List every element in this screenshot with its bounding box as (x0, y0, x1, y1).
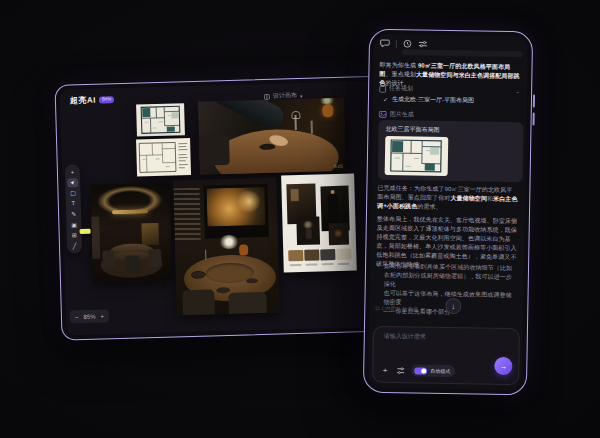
pen-tool-button[interactable]: ✎ (68, 209, 79, 218)
image-gen-title: 图片生成 (390, 110, 414, 119)
draw-tool-button[interactable]: ╱ (69, 241, 80, 250)
color-swatch-1[interactable] (288, 250, 303, 261)
text-tool-button[interactable]: T (68, 199, 79, 208)
flowers-shape (318, 98, 336, 105)
amber-vase-shape (322, 104, 333, 117)
done-highlight-1: 大量储物空间 (450, 195, 487, 202)
beta-badge: Beta (99, 96, 114, 103)
task-item-label: 生成北欧·三室一厅·平面布局图 (392, 95, 474, 105)
glass-stem (205, 250, 206, 260)
photo-watermark: 0.05 (334, 164, 343, 169)
toggle-knob (421, 368, 426, 373)
intro-text-2: 。重点规划 (385, 71, 416, 78)
amber-vase-small (239, 244, 248, 255)
shape-icon: ▢ (70, 189, 76, 196)
color-swatch-4[interactable] (336, 249, 351, 260)
intro-text: 即将为你生成 (380, 62, 418, 69)
tablet-screen: 超亮AI Beta 设计画布 ▾ + ➤ ▢ T ✎ ▣ ⊞ ╱ − (60, 80, 395, 335)
collapse-chevron-icon[interactable]: ⌄ (515, 87, 520, 94)
send-arrow-icon: → (499, 361, 507, 370)
app-logo-row: 超亮AI Beta (70, 94, 115, 106)
image-icon: ▣ (71, 221, 77, 228)
floorplan-image-1[interactable] (136, 103, 185, 136)
canvas-menu[interactable]: 设计画布 ▾ (264, 91, 303, 101)
add-tool-button[interactable]: + (67, 167, 78, 176)
frame-tool-button[interactable]: ⊞ (69, 230, 80, 239)
generated-floorplan-thumbnail[interactable] (385, 136, 449, 176)
photo-dining-center[interactable] (173, 178, 280, 316)
wall-art-shape (141, 223, 159, 245)
white-flowers-shape (219, 235, 239, 250)
moodboard-card[interactable] (281, 173, 357, 272)
wine-glass-stem-2 (311, 121, 313, 134)
phone-screen: 即将为你生成 90㎡三室一厅的北欧风格平面布局图。重点规划大量储物空间与米白主色… (368, 34, 528, 391)
image-tool-button[interactable]: ▣ (68, 220, 79, 229)
design-input-card: + 自动模式 → (372, 326, 520, 386)
swatch-label-2 (306, 263, 318, 265)
task-item[interactable]: ✓ 生成北欧·三室一厅·平面布局图 (383, 95, 474, 106)
generated-image-title: 北欧三居平面布局图 (385, 125, 439, 135)
zoom-control: − 85% + (70, 309, 109, 323)
shape-tool-button[interactable]: ▢ (67, 188, 78, 197)
phone-device: 即将为你生成 90㎡三室一厅的北欧风格平面布局图。重点规划大量储物空间与米白主色… (363, 29, 533, 396)
history-icon[interactable] (403, 39, 412, 48)
select-tool-button[interactable]: ➤ (67, 178, 78, 187)
chat-icon[interactable] (380, 39, 390, 48)
auto-mode-toggle[interactable]: 自动模式 (411, 364, 455, 377)
attach-add-button[interactable]: + (379, 364, 391, 376)
check-icon: ✓ (383, 96, 388, 103)
chair-silhouette-2 (228, 292, 267, 314)
arm-shape (207, 98, 288, 133)
photo-hand-table[interactable]: 0.05 (198, 98, 346, 175)
tablet-device: 超亮AI Beta 设计画布 ▾ + ➤ ▢ T ✎ ▣ ⊞ ╱ − (54, 75, 399, 340)
design-request-input[interactable] (382, 332, 506, 342)
zoom-level: 85% (83, 313, 95, 319)
photo-dining-dark[interactable] (90, 183, 172, 283)
send-button[interactable]: → (494, 357, 512, 375)
plus-icon: + (71, 169, 75, 175)
zoom-in-button[interactable]: + (100, 313, 104, 319)
header-divider (396, 40, 397, 48)
filters-icon[interactable] (418, 39, 428, 48)
toggle-switch-on (414, 367, 427, 374)
ai-generated-note: 以上内容由 AI 生成 (375, 305, 418, 312)
frame-icon: ⊞ (72, 231, 77, 238)
wine-glass-bowl (291, 111, 300, 119)
auto-mode-label: 自动模式 (430, 368, 450, 374)
color-swatch-2[interactable] (304, 249, 319, 260)
chair-shape-left (102, 250, 114, 268)
plus-icon: + (383, 365, 388, 374)
collaborator-cursor-tag (80, 229, 91, 234)
swatch-label-4 (338, 263, 350, 265)
floorplan-drawing (136, 103, 185, 136)
floorplan-image-2[interactable] (136, 138, 191, 176)
zoom-out-button[interactable]: − (75, 314, 79, 320)
followup-line-1: 如果你希望看到具体某个区域的收纳细节（比如衣柜内部划分或厨房储物逻辑），我可以进… (384, 263, 513, 287)
chevron-down-icon: ▾ (300, 92, 303, 98)
app-logo: 超亮AI (70, 95, 96, 107)
cursor-icon: ➤ (69, 179, 76, 186)
window-blinds-shape (173, 188, 200, 241)
done-summary-message: 已完成任务：为你生成了90㎡三室一厅的北欧风平面布局图。重点回应了你对大量储物空… (377, 184, 518, 213)
warm-window-shape (291, 189, 299, 201)
phone-header (380, 39, 428, 49)
collapsed-message-bar[interactable] (402, 49, 523, 57)
floorplan-sketch (136, 138, 191, 176)
canvas-menu-label: 设计画布 (273, 91, 297, 101)
adjust-icon (396, 366, 405, 375)
swatch-label-3 (322, 263, 334, 265)
mood-photo-small (328, 223, 349, 246)
chair-silhouette-1 (182, 289, 215, 315)
image-gen-icon (379, 111, 387, 118)
vase-shape (306, 229, 312, 239)
color-swatch-3[interactable] (320, 249, 335, 260)
mood-photo-stilllife (296, 216, 320, 245)
window-light (91, 217, 100, 259)
phone-volume-button (532, 94, 535, 107)
clipboard-icon (379, 84, 386, 92)
person-coat-shape (328, 194, 339, 226)
generated-image-card[interactable]: 北欧三居平面布局图 (378, 120, 524, 183)
scene: 超亮AI Beta 设计画布 ▾ + ➤ ▢ T ✎ ▣ ⊞ ╱ − (0, 0, 600, 438)
line-icon: ╱ (73, 242, 77, 249)
options-button[interactable] (394, 364, 406, 376)
